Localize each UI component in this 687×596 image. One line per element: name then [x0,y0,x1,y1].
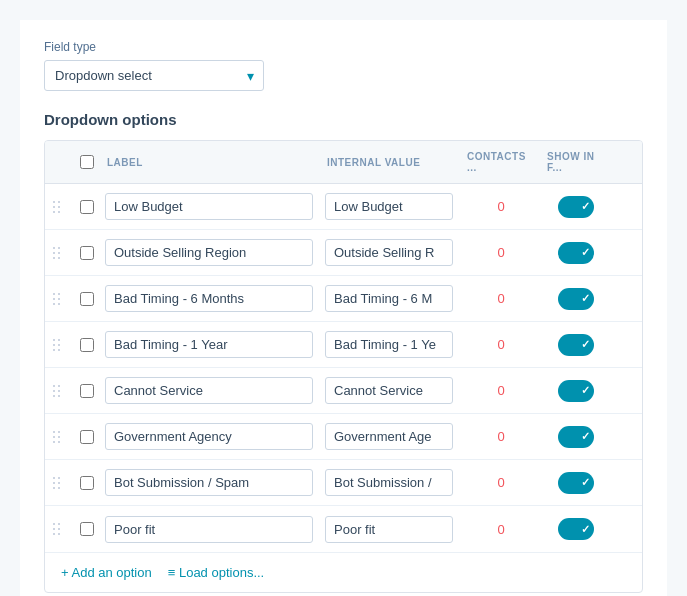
drag-handle-0[interactable] [45,197,73,217]
header-internal-value: INTERNAL VALUE [321,153,461,172]
toggle-check-icon-1: ✓ [581,246,590,259]
drag-handle-7[interactable] [45,519,73,539]
show-toggle-5[interactable]: ✓ [558,426,594,448]
field-type-section: Field type Dropdown select Single checkb… [44,40,643,91]
row-checkbox-7[interactable] [80,522,94,536]
row-checkbox-0[interactable] [80,200,94,214]
show-toggle-cell-6[interactable]: ✓ [541,468,611,498]
header-checkbox-cell[interactable] [73,155,101,169]
internal-value-input-5[interactable] [325,423,453,450]
show-toggle-cell-3[interactable]: ✓ [541,330,611,360]
table-row: 0 ✓ [45,276,642,322]
row-checkbox-4[interactable] [80,384,94,398]
label-input-6[interactable] [105,469,313,496]
label-cell-3[interactable] [101,327,321,362]
row-checkbox-5[interactable] [80,430,94,444]
internal-value-input-2[interactable] [325,285,453,312]
contacts-cell-6: 0 [461,471,541,494]
table-row: 0 ✓ [45,506,642,552]
label-cell-0[interactable] [101,189,321,224]
internal-value-input-3[interactable] [325,331,453,358]
label-input-3[interactable] [105,331,313,358]
internal-value-cell-7[interactable] [321,512,461,547]
row-checkbox-cell-5[interactable] [73,430,101,444]
show-toggle-2[interactable]: ✓ [558,288,594,310]
internal-value-cell-6[interactable] [321,465,461,500]
toggle-check-icon-0: ✓ [581,200,590,213]
field-type-select[interactable]: Dropdown select Single checkbox Multiple… [44,60,264,91]
internal-value-cell-1[interactable] [321,235,461,270]
internal-value-cell-4[interactable] [321,373,461,408]
show-toggle-6[interactable]: ✓ [558,472,594,494]
toggle-check-icon-5: ✓ [581,430,590,443]
label-cell-5[interactable] [101,419,321,454]
show-toggle-0[interactable]: ✓ [558,196,594,218]
internal-value-cell-5[interactable] [321,419,461,454]
label-input-0[interactable] [105,193,313,220]
show-toggle-cell-0[interactable]: ✓ [541,192,611,222]
table-header: LABEL INTERNAL VALUE CONTACTS ... SHOW I… [45,141,642,184]
show-toggle-cell-5[interactable]: ✓ [541,422,611,452]
row-checkbox-1[interactable] [80,246,94,260]
show-toggle-7[interactable]: ✓ [558,518,594,540]
label-input-5[interactable] [105,423,313,450]
header-show-in-f: SHOW IN F... [541,147,611,177]
label-cell-6[interactable] [101,465,321,500]
contacts-cell-2: 0 [461,287,541,310]
show-toggle-cell-1[interactable]: ✓ [541,238,611,268]
internal-value-input-0[interactable] [325,193,453,220]
label-input-1[interactable] [105,239,313,266]
table-row: 0 ✓ [45,230,642,276]
label-input-4[interactable] [105,377,313,404]
header-label: LABEL [101,153,321,172]
toggle-check-icon-7: ✓ [581,523,590,536]
show-toggle-cell-2[interactable]: ✓ [541,284,611,314]
show-toggle-1[interactable]: ✓ [558,242,594,264]
row-checkbox-cell-4[interactable] [73,384,101,398]
row-checkbox-2[interactable] [80,292,94,306]
load-options-button[interactable]: ≡ Load options... [168,565,264,580]
internal-value-input-6[interactable] [325,469,453,496]
row-checkbox-cell-7[interactable] [73,522,101,536]
table-row: 0 ✓ [45,368,642,414]
label-cell-7[interactable] [101,512,321,547]
drag-handle-6[interactable] [45,473,73,493]
internal-value-cell-2[interactable] [321,281,461,316]
header-contacts: CONTACTS ... [461,147,541,177]
toggle-check-icon-2: ✓ [581,292,590,305]
label-input-7[interactable] [105,516,313,543]
drag-handle-3[interactable] [45,335,73,355]
add-option-button[interactable]: + Add an option [61,565,152,580]
select-all-checkbox[interactable] [80,155,94,169]
label-cell-2[interactable] [101,281,321,316]
toggle-check-icon-6: ✓ [581,476,590,489]
row-checkbox-cell-3[interactable] [73,338,101,352]
row-checkbox-3[interactable] [80,338,94,352]
row-checkbox-cell-1[interactable] [73,246,101,260]
table-body: 0 ✓ 0 ✓ [45,184,642,552]
page-container: Field type Dropdown select Single checkb… [20,20,667,596]
show-toggle-cell-7[interactable]: ✓ [541,514,611,544]
internal-value-input-7[interactable] [325,516,453,543]
row-checkbox-6[interactable] [80,476,94,490]
drag-handle-4[interactable] [45,381,73,401]
drag-handle-5[interactable] [45,427,73,447]
drag-handle-2[interactable] [45,289,73,309]
internal-value-cell-0[interactable] [321,189,461,224]
label-cell-1[interactable] [101,235,321,270]
toggle-check-icon-4: ✓ [581,384,590,397]
internal-value-input-1[interactable] [325,239,453,266]
contacts-cell-5: 0 [461,425,541,448]
show-toggle-3[interactable]: ✓ [558,334,594,356]
row-checkbox-cell-2[interactable] [73,292,101,306]
contacts-cell-1: 0 [461,241,541,264]
show-toggle-4[interactable]: ✓ [558,380,594,402]
label-input-2[interactable] [105,285,313,312]
label-cell-4[interactable] [101,373,321,408]
drag-handle-1[interactable] [45,243,73,263]
show-toggle-cell-4[interactable]: ✓ [541,376,611,406]
row-checkbox-cell-0[interactable] [73,200,101,214]
internal-value-input-4[interactable] [325,377,453,404]
internal-value-cell-3[interactable] [321,327,461,362]
row-checkbox-cell-6[interactable] [73,476,101,490]
